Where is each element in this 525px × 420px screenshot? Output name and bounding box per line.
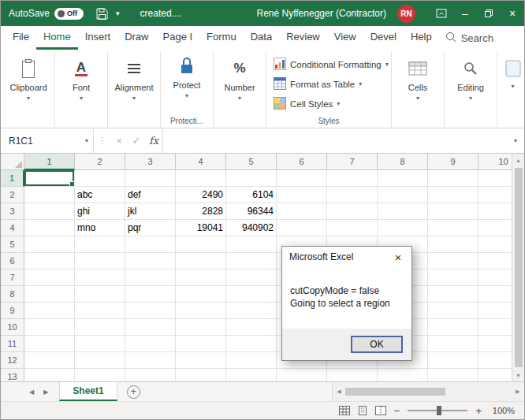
cell-r3c6[interactable] xyxy=(277,203,327,220)
horizontal-scrollbar[interactable]: ◀ ▶ xyxy=(332,382,524,401)
zoom-slider-thumb[interactable] xyxy=(437,406,441,415)
cell-r9c1[interactable] xyxy=(24,303,75,319)
user-name[interactable]: René Nyffenegger (Contractor) xyxy=(256,8,386,19)
row-header-11[interactable]: 11 xyxy=(1,336,24,352)
cell-r3c8[interactable] xyxy=(378,203,428,220)
quick-access-chevron-icon[interactable]: ▾ xyxy=(116,9,120,17)
column-header-5[interactable]: 5 xyxy=(226,154,277,170)
cell-r8c9[interactable] xyxy=(428,286,478,303)
cell-r5c2[interactable] xyxy=(75,236,125,253)
cell-r13c4[interactable] xyxy=(176,369,226,381)
row-header-10[interactable]: 10 xyxy=(1,319,24,336)
cell-r4c3[interactable]: pqr xyxy=(125,220,176,236)
row-header-13[interactable]: 13 xyxy=(1,369,24,381)
tab-insert[interactable]: Insert xyxy=(78,26,118,50)
confirm-entry-icon[interactable]: ✓ xyxy=(128,135,145,147)
column-header-2[interactable]: 2 xyxy=(75,154,125,170)
page-layout-view-icon[interactable] xyxy=(357,406,368,415)
cell-r10c10[interactable] xyxy=(478,319,512,336)
cell-r1c4[interactable] xyxy=(176,170,226,187)
cell-r2c7[interactable] xyxy=(327,187,378,203)
cell-r11c2[interactable] xyxy=(75,336,125,352)
formula-bar-expand-icon[interactable]: ▾ xyxy=(507,137,524,144)
cell-r12c10[interactable] xyxy=(478,352,512,369)
dialog-close-icon[interactable]: × xyxy=(385,247,411,267)
cell-r9c9[interactable] xyxy=(428,303,478,319)
cell-r9c5[interactable] xyxy=(226,303,277,319)
ribbon-display-options-icon[interactable] xyxy=(430,1,453,26)
number-button[interactable]: % Number ▾ xyxy=(218,53,262,102)
alignment-button[interactable]: Alignment ▾ xyxy=(112,53,156,102)
cell-r11c4[interactable] xyxy=(176,336,226,352)
cell-r9c4[interactable] xyxy=(176,303,226,319)
row-header-7[interactable]: 7 xyxy=(1,269,24,286)
cell-r6c10[interactable] xyxy=(478,253,512,269)
cell-r11c5[interactable] xyxy=(226,336,277,352)
cell-r3c1[interactable] xyxy=(24,203,75,220)
cell-r2c2[interactable]: abc xyxy=(75,187,125,203)
cell-r13c10[interactable] xyxy=(478,369,512,381)
row-header-8[interactable]: 8 xyxy=(1,286,24,303)
cell-r8c4[interactable] xyxy=(176,286,226,303)
column-header-3[interactable]: 3 xyxy=(125,154,176,170)
cell-r8c2[interactable] xyxy=(75,286,125,303)
ok-button[interactable]: OK xyxy=(351,336,403,353)
cell-r12c2[interactable] xyxy=(75,352,125,369)
horizontal-scroll-thumb[interactable] xyxy=(345,388,445,396)
cell-r13c3[interactable] xyxy=(125,369,176,381)
cell-r2c4[interactable]: 2490 xyxy=(176,187,226,203)
insert-function-icon[interactable]: fx xyxy=(145,135,162,147)
row-header-5[interactable]: 5 xyxy=(1,236,24,253)
cell-r7c9[interactable] xyxy=(428,269,478,286)
zoom-percent[interactable]: 100% xyxy=(490,406,515,415)
cell-r2c8[interactable] xyxy=(378,187,428,203)
cell-r13c2[interactable] xyxy=(75,369,125,381)
formula-input[interactable] xyxy=(162,128,507,153)
cell-styles-button[interactable]: Cell Styles▾ xyxy=(270,95,392,113)
tab-data[interactable]: Data xyxy=(244,26,279,50)
cell-r7c2[interactable] xyxy=(75,269,125,286)
cell-r10c4[interactable] xyxy=(176,319,226,336)
scroll-right-arrow-icon[interactable]: ▶ xyxy=(512,382,524,401)
cell-r4c2[interactable]: mno xyxy=(75,220,125,236)
cell-r5c9[interactable] xyxy=(428,236,478,253)
cell-r1c9[interactable] xyxy=(428,170,478,187)
cell-r9c2[interactable] xyxy=(75,303,125,319)
cell-r3c5[interactable]: 96344 xyxy=(226,203,277,220)
column-header-8[interactable]: 8 xyxy=(378,154,428,170)
cell-r1c1[interactable] xyxy=(24,170,75,187)
cell-r12c1[interactable] xyxy=(24,352,75,369)
row-header-1[interactable]: 1 xyxy=(1,170,24,187)
restore-button[interactable] xyxy=(477,1,501,26)
cancel-entry-icon[interactable]: × xyxy=(110,135,128,147)
sheet-nav-right-icon[interactable]: ▶ xyxy=(43,388,48,396)
tab-draw[interactable]: Draw xyxy=(117,26,155,50)
cell-r5c3[interactable] xyxy=(125,236,176,253)
cell-r10c3[interactable] xyxy=(125,319,176,336)
column-header-10[interactable]: 10 xyxy=(478,154,512,170)
column-header-1[interactable]: 1 xyxy=(24,154,75,170)
row-header-4[interactable]: 4 xyxy=(1,220,24,236)
row-header-6[interactable]: 6 xyxy=(1,253,24,269)
cell-r13c7[interactable] xyxy=(327,369,378,381)
cell-r6c5[interactable] xyxy=(226,253,277,269)
cell-r5c1[interactable] xyxy=(24,236,75,253)
cell-r1c5[interactable] xyxy=(226,170,277,187)
editing-button[interactable]: Editing ▾ xyxy=(449,53,493,102)
cell-r9c3[interactable] xyxy=(125,303,176,319)
cell-r3c4[interactable]: 2828 xyxy=(176,203,226,220)
avatar[interactable]: RN xyxy=(397,5,415,23)
cell-r6c4[interactable] xyxy=(176,253,226,269)
cell-r4c8[interactable] xyxy=(378,220,428,236)
cell-r2c1[interactable] xyxy=(24,187,75,203)
column-header-6[interactable]: 6 xyxy=(277,154,327,170)
cell-r13c1[interactable] xyxy=(24,369,75,381)
normal-view-icon[interactable] xyxy=(339,406,350,415)
font-button[interactable]: A Font ▾ xyxy=(59,53,103,102)
cell-r4c6[interactable] xyxy=(277,220,327,236)
cell-r8c3[interactable] xyxy=(125,286,176,303)
cell-r4c1[interactable] xyxy=(24,220,75,236)
cell-r1c6[interactable] xyxy=(277,170,327,187)
row-header-9[interactable]: 9 xyxy=(1,303,24,319)
column-header-4[interactable]: 4 xyxy=(176,154,226,170)
